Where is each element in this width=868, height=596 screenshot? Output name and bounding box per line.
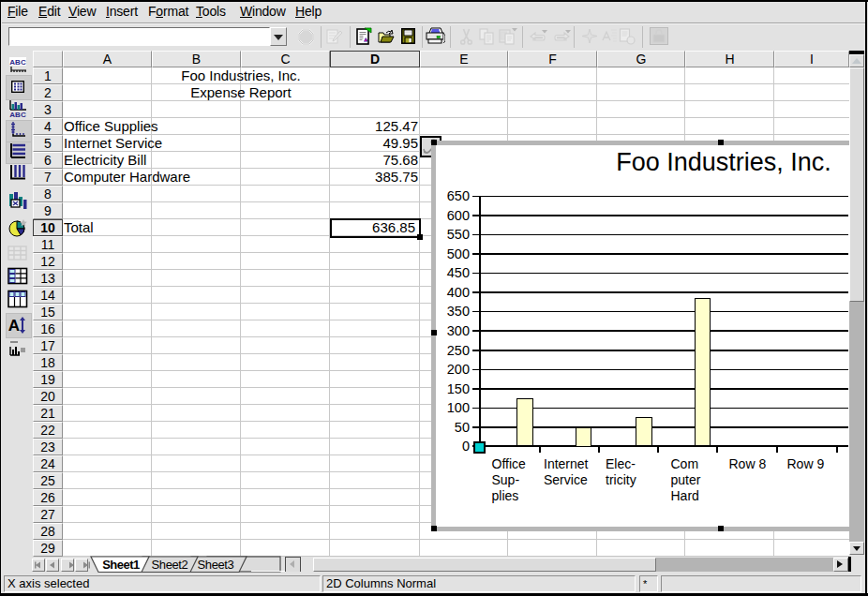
- svg-text:ABC: ABC: [9, 111, 26, 118]
- svg-text:ABC: ABC: [9, 58, 26, 67]
- svg-text:A: A: [8, 317, 20, 335]
